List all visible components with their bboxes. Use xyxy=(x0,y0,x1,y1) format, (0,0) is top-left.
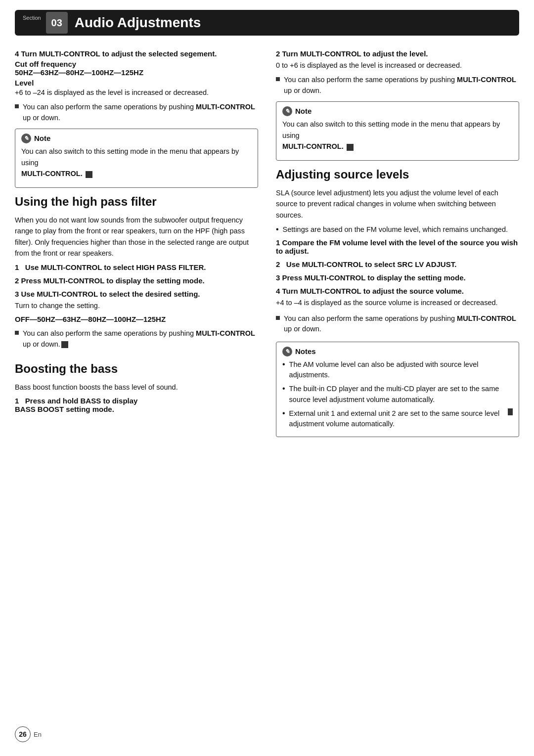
note-icon-1: ✎ xyxy=(21,133,31,143)
cutoff-values: 50HZ—63HZ—80HZ—100HZ—125HZ xyxy=(15,68,258,77)
page-lang: En xyxy=(34,731,42,738)
sla-note-b2: The built-in CD player and the multi-CD … xyxy=(282,384,513,405)
bass-step1-heading: 1 Press and hold BASS to display BASS BO… xyxy=(15,397,258,413)
step2-right-heading: 2 Turn MULTI-CONTROL to adjust the level… xyxy=(276,49,519,58)
col-right: 2 Turn MULTI-CONTROL to adjust the level… xyxy=(276,49,519,444)
sla-title: Adjusting source levels xyxy=(276,168,519,181)
note-icon-3: ✎ xyxy=(282,347,292,356)
note-icon-2: ✎ xyxy=(282,106,292,116)
bass-intro: Bass boost function boosts the bass leve… xyxy=(15,382,258,393)
hpf-step2-heading: 2 Press MULTI-CONTROL to display the set… xyxy=(15,276,258,285)
sla-note-b3: External unit 1 and external unit 2 are … xyxy=(282,408,513,430)
note-text-2: You can also switch to this setting mode… xyxy=(282,119,513,152)
hpf-step1: 1 Use MULTI-CONTROL to select HIGH PASS … xyxy=(15,263,258,271)
also-bullet-right: You can also perform the same operations… xyxy=(276,75,519,96)
hpf-step1-heading: 1 Use MULTI-CONTROL to select HIGH PASS … xyxy=(15,263,258,271)
two-col-upper: 4 Turn MULTI-CONTROL to adjust the selec… xyxy=(15,49,519,444)
bass-step1: 1 Press and hold BASS to display BASS BO… xyxy=(15,397,258,413)
also-bullet-left: You can also perform the same operations… xyxy=(15,102,258,124)
sla-notes-box: ✎ Notes The AM volume level can also be … xyxy=(276,342,519,437)
page-number: 26 xyxy=(15,726,31,742)
bass-title: Boosting the bass xyxy=(15,362,258,376)
bullet-sq-4 xyxy=(276,316,280,320)
sla-step1: 1 Compare the FM volume level with the l… xyxy=(276,238,519,255)
sla-step4-heading: 4 Turn MULTI-CONTROL to adjust the sourc… xyxy=(276,287,519,295)
sla-step2-heading: 2 Use MULTI-CONTROL to select SRC LV ADJ… xyxy=(276,260,519,268)
sla-step4-label: +4 to –4 is displayed as the source volu… xyxy=(276,297,519,308)
sla-step1-heading: 1 Compare the FM volume level with the l… xyxy=(276,238,519,255)
section-header: Section 03 Audio Adjustments xyxy=(15,10,519,36)
ctrl-sym-1 xyxy=(86,171,92,178)
section-label: Section xyxy=(23,12,41,21)
bass-section: Boosting the bass Bass boost function bo… xyxy=(15,362,258,413)
sla-section: Adjusting source levels SLA (source leve… xyxy=(276,168,519,437)
sla-step4: 4 Turn MULTI-CONTROL to adjust the sourc… xyxy=(276,287,519,308)
note-box-2: ✎ Note You can also switch to this setti… xyxy=(276,101,519,161)
sla-step3: 3 Press MULTI-CONTROL to display the set… xyxy=(276,273,519,282)
col-left: 4 Turn MULTI-CONTROL to adjust the selec… xyxy=(15,49,258,444)
hpf-freq-chain: OFF—50HZ—63HZ—80HZ—100HZ—125HZ xyxy=(15,315,258,323)
hpf-step2: 2 Press MULTI-CONTROL to display the set… xyxy=(15,276,258,285)
ctrl-sym-3 xyxy=(347,144,354,151)
hpf-step3: 3 Use MULTI-CONTROL to select the desire… xyxy=(15,290,258,323)
hpf-step3-heading: 3 Use MULTI-CONTROL to select the desire… xyxy=(15,290,258,298)
cutoff-label: Cut off frequency xyxy=(15,60,76,68)
note-text-1: You can also switch to this setting mode… xyxy=(21,146,252,179)
sla-step2: 2 Use MULTI-CONTROL to select SRC LV ADJ… xyxy=(276,260,519,268)
hpf-step3-label: Turn to change the setting. xyxy=(15,300,258,311)
hpf-also-bullet: You can also perform the same operations… xyxy=(15,328,258,350)
hpf-intro: When you do not want low sounds from the… xyxy=(15,215,258,259)
sla-note-b1: The AM volume level can also be adjusted… xyxy=(282,359,513,381)
level-label: Level xyxy=(15,79,34,87)
section-title: Audio Adjustments xyxy=(75,15,201,31)
section-number: 03 xyxy=(46,12,68,34)
bullet-sq-3 xyxy=(276,77,280,81)
sla-bullet1: Settings are based on the FM volume leve… xyxy=(276,224,519,235)
note-title-2: ✎ Note xyxy=(282,106,513,117)
bullet-sq-2 xyxy=(15,331,19,335)
step2-right-desc: 0 to +6 is displayed as the level is inc… xyxy=(276,60,519,71)
hpf-title: Using the high pass filter xyxy=(15,195,258,209)
sla-step3-heading: 3 Press MULTI-CONTROL to display the set… xyxy=(276,273,519,282)
step2-right-block: 2 Turn MULTI-CONTROL to adjust the level… xyxy=(276,49,519,96)
hpf-section: Using the high pass filter When you do n… xyxy=(15,195,258,350)
step4-block: 4 Turn MULTI-CONTROL to adjust the selec… xyxy=(15,49,258,124)
ctrl-sym-2 xyxy=(61,341,68,348)
sla-also-bullet: You can also perform the same operations… xyxy=(276,313,519,335)
level-desc-left: +6 to –24 is displayed as the level is i… xyxy=(15,87,258,98)
sla-intro: SLA (source level adjustment) lets you a… xyxy=(276,187,519,221)
step4-heading: 4 Turn MULTI-CONTROL to adjust the selec… xyxy=(15,49,258,58)
ctrl-sym-4 xyxy=(508,408,513,415)
sla-notes-title: ✎ Notes xyxy=(282,346,513,357)
note-box-1: ✎ Note You can also switch to this setti… xyxy=(15,129,258,188)
note-title-1: ✎ Note xyxy=(21,133,252,144)
bullet-sq-1 xyxy=(15,104,19,108)
